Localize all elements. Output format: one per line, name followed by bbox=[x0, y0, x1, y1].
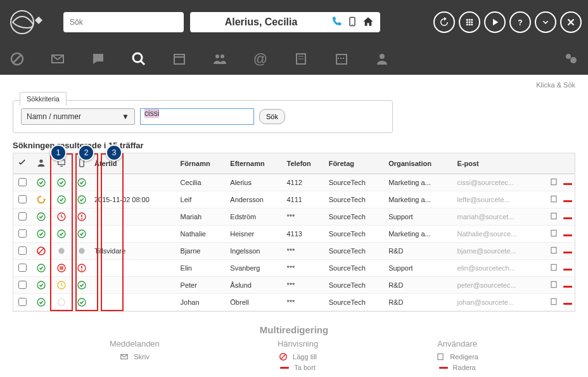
col-epost[interactable]: E-post bbox=[455, 153, 547, 174]
cell-organisation: R&D bbox=[386, 294, 454, 311]
delete-row-icon[interactable] bbox=[561, 277, 575, 294]
row-checkbox[interactable] bbox=[18, 212, 27, 220]
table-row[interactable]: TillsvidareBjarneIngelsson***SourceTechR… bbox=[13, 243, 575, 260]
table-row[interactable]: 2015-11-02 08:00LeifAndersson4111SourceT… bbox=[13, 191, 575, 208]
col-foretag[interactable]: Företag bbox=[326, 153, 386, 174]
help-button[interactable]: ? bbox=[509, 11, 531, 33]
radera-action[interactable]: Radera bbox=[436, 364, 478, 371]
criteria-value-input[interactable]: cissi bbox=[140, 108, 254, 125]
cell-fornamn: Nathalie bbox=[178, 226, 228, 243]
delete-row-icon[interactable] bbox=[561, 226, 575, 243]
cell-efternamn: Svanberg bbox=[227, 260, 284, 277]
status-2-icon bbox=[51, 208, 72, 226]
row-checkbox[interactable] bbox=[18, 298, 27, 306]
delete-row-icon[interactable] bbox=[561, 174, 575, 191]
edit-row-icon[interactable] bbox=[547, 243, 561, 260]
phone-icon[interactable] bbox=[331, 16, 342, 29]
nav-settings-icon[interactable] bbox=[563, 51, 578, 68]
home-icon[interactable] bbox=[362, 16, 374, 29]
svg-point-9 bbox=[466, 23, 468, 25]
nav-mail-icon[interactable] bbox=[50, 51, 65, 68]
status-1-icon bbox=[31, 277, 51, 294]
row-checkbox[interactable] bbox=[18, 246, 27, 255]
cell-fornamn: Leif bbox=[178, 191, 228, 208]
ta-bort-action[interactable]: Ta bort bbox=[278, 364, 318, 371]
nav-person-icon[interactable] bbox=[374, 51, 390, 68]
cell-efternamn: Alerius bbox=[227, 174, 284, 191]
table-row[interactable]: CeciliaAlerius4112SourceTechMarketing a.… bbox=[13, 174, 575, 191]
criteria-tab[interactable]: Sökkriteria bbox=[20, 92, 67, 106]
table-row[interactable]: ElinSvanberg***SourceTechSupportelin@sou… bbox=[13, 260, 575, 277]
col-organisation[interactable]: Organisation bbox=[386, 153, 454, 174]
status-2-icon bbox=[51, 260, 72, 277]
edit-row-icon[interactable] bbox=[547, 226, 561, 243]
play-button[interactable] bbox=[484, 11, 506, 33]
app-logo bbox=[6, 6, 57, 38]
svg-point-3 bbox=[466, 19, 468, 21]
global-search-input[interactable] bbox=[70, 18, 177, 27]
nav-people-icon[interactable] bbox=[212, 51, 227, 68]
cell-foretag: SourceTech bbox=[326, 174, 386, 191]
svg-point-5 bbox=[471, 19, 473, 21]
nav-at-icon[interactable]: @ bbox=[253, 51, 268, 68]
cell-atertid bbox=[92, 277, 178, 294]
delete-row-icon[interactable] bbox=[561, 243, 575, 260]
refresh-button[interactable] bbox=[433, 11, 455, 33]
edit-row-icon[interactable] bbox=[547, 191, 561, 208]
criteria-field-select[interactable]: Namn / nummer ▼ bbox=[21, 108, 135, 125]
multi-messages-title: Meddelanden bbox=[110, 339, 160, 348]
svg-point-2 bbox=[352, 24, 352, 25]
cell-atertid bbox=[92, 208, 178, 226]
status-2-icon bbox=[51, 226, 72, 243]
lagg-till-action[interactable]: Lägg till bbox=[278, 352, 318, 361]
table-row[interactable]: MariahEdström***SourceTechSupportmariah@… bbox=[13, 208, 575, 226]
global-search[interactable] bbox=[63, 12, 184, 32]
col-efternamn[interactable]: Efternamn bbox=[227, 153, 284, 174]
status-3-icon bbox=[72, 208, 92, 226]
search-button[interactable]: Sök bbox=[259, 109, 285, 124]
status-2-icon bbox=[51, 277, 72, 294]
svg-rect-67 bbox=[551, 281, 556, 287]
edit-row-icon[interactable] bbox=[547, 294, 561, 311]
grid-button[interactable] bbox=[459, 11, 480, 33]
download-button[interactable] bbox=[535, 11, 556, 33]
table-row[interactable]: JohanÖbrell***SourceTechR&Djohan@sourcet… bbox=[13, 294, 575, 311]
cell-efternamn: Åslund bbox=[227, 277, 284, 294]
row-checkbox[interactable] bbox=[18, 281, 27, 289]
cell-telefon: 4111 bbox=[284, 191, 326, 208]
cell-atertid bbox=[92, 226, 178, 243]
nav-search-icon[interactable] bbox=[131, 51, 146, 68]
nav-notepad-icon[interactable] bbox=[293, 51, 309, 68]
row-checkbox[interactable] bbox=[18, 264, 27, 272]
multi-title: Multiredigering bbox=[13, 324, 575, 335]
nav-calendar-icon[interactable] bbox=[172, 51, 187, 68]
nav-chat-icon[interactable] bbox=[91, 51, 106, 68]
col-telefon[interactable]: Telefon bbox=[284, 153, 326, 174]
edit-row-icon[interactable] bbox=[547, 174, 561, 191]
delete-row-icon[interactable] bbox=[561, 260, 575, 277]
edit-row-icon[interactable] bbox=[547, 277, 561, 294]
delete-row-icon[interactable] bbox=[561, 208, 575, 226]
klicka-sok-link[interactable]: Klicka & Sök bbox=[536, 81, 575, 89]
status-1-icon bbox=[31, 260, 51, 277]
row-checkbox[interactable] bbox=[18, 229, 27, 238]
edit-row-icon[interactable] bbox=[547, 208, 561, 226]
skriv-action[interactable]: Skriv bbox=[110, 352, 160, 361]
svg-point-4 bbox=[469, 19, 471, 21]
delete-row-icon[interactable] bbox=[561, 294, 575, 311]
svg-rect-36 bbox=[551, 179, 556, 184]
cell-epost: Nathalie@source... bbox=[455, 226, 547, 243]
close-button[interactable] bbox=[560, 11, 582, 33]
row-checkbox[interactable] bbox=[18, 195, 27, 203]
select-all-icon[interactable] bbox=[16, 157, 28, 169]
row-checkbox[interactable] bbox=[18, 178, 27, 186]
delete-row-icon[interactable] bbox=[561, 191, 575, 208]
table-row[interactable]: PeterÅslund***SourceTechR&Dpeter@sourcet… bbox=[13, 277, 575, 294]
col-fornamn[interactable]: Förnamn bbox=[178, 153, 228, 174]
mobile-icon[interactable] bbox=[347, 16, 357, 29]
table-row[interactable]: NathalieHeisner4113SourceTechMarketing a… bbox=[13, 226, 575, 243]
edit-row-icon[interactable] bbox=[547, 260, 561, 277]
nav-date-icon[interactable] bbox=[334, 51, 349, 68]
nav-block-icon[interactable] bbox=[10, 51, 25, 68]
redigera-action[interactable]: Redigera bbox=[436, 352, 478, 361]
